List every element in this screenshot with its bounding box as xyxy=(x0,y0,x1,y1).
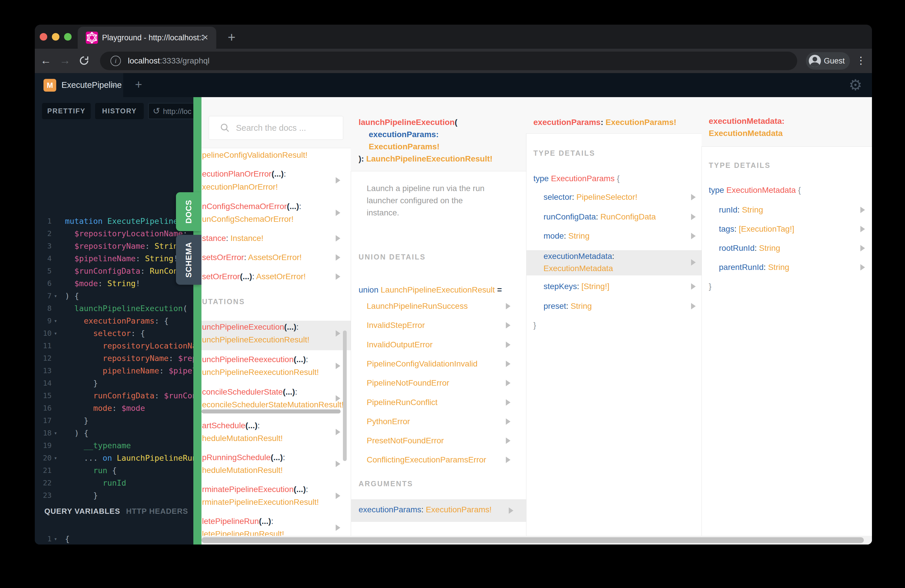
chevron-right-icon[interactable] xyxy=(691,194,696,200)
code-line[interactable]: 21 run { xyxy=(35,464,193,477)
back-icon[interactable]: ← xyxy=(37,49,54,73)
code-line[interactable]: 12 repositoryName: $repositoryName xyxy=(35,352,193,364)
chevron-right-icon[interactable] xyxy=(861,245,865,251)
docs-field-row[interactable]: ecutionPlanOrError(...): xyxy=(202,168,286,180)
docs-union-member-row[interactable]: InvalidOutputError xyxy=(367,338,432,351)
history-button[interactable]: HISTORY xyxy=(95,103,144,119)
code-line[interactable]: 20▾ ... on LaunchPipelineRunSuccess { xyxy=(35,452,193,464)
docs-field-row[interactable]: mode: String xyxy=(543,230,590,242)
chevron-right-icon[interactable] xyxy=(506,322,510,329)
col1-hscrollbar[interactable] xyxy=(202,409,341,413)
docs-field-type[interactable]: ExecutionMetadata xyxy=(543,262,613,275)
code-line[interactable]: 15 runConfigData: $runConfigData xyxy=(35,389,193,402)
docs-mutation-row[interactable]: unchPipelineExecution(...): xyxy=(202,321,298,334)
chevron-right-icon[interactable] xyxy=(861,226,865,232)
docs-field-type[interactable]: unConfigSchemaOrError! xyxy=(202,213,294,226)
docs-mutation-row[interactable]: artSchedule(...): xyxy=(202,419,260,432)
docs-union-member-row[interactable]: PipelineConfigValidationInvalid xyxy=(367,358,478,370)
chevron-right-icon[interactable] xyxy=(336,524,340,531)
tab-schema[interactable]: SCHEMA xyxy=(176,235,202,285)
docs-field-row[interactable]: setOrError(...): AssetOrError! xyxy=(202,270,306,283)
chevron-right-icon[interactable] xyxy=(336,330,340,337)
docs-union-member-row[interactable]: ConflictingExecutionParamsError xyxy=(367,453,486,466)
chevron-right-icon[interactable] xyxy=(691,303,696,309)
docs-field-row[interactable]: tags: [ExecutionTag!] xyxy=(719,222,794,235)
docs-field-row[interactable]: executionMetadata: xyxy=(543,250,614,263)
endpoint-input[interactable]: ↺http://loc xyxy=(148,103,193,119)
chevron-right-icon[interactable] xyxy=(506,342,510,348)
fold-caret-icon[interactable]: ▾ xyxy=(54,315,57,327)
fold-caret-icon[interactable]: ▾ xyxy=(54,327,57,340)
code-line[interactable]: 16 mode: $mode xyxy=(35,402,193,414)
settings-gear-icon[interactable]: ⚙ xyxy=(845,73,865,97)
chevron-right-icon[interactable] xyxy=(861,207,865,213)
docs-mutation-row[interactable]: letePipelineRun(...): xyxy=(202,515,273,528)
zoom-window-button[interactable] xyxy=(64,33,71,41)
docs-field-row[interactable]: nConfigSchemaOrError(...): xyxy=(202,200,301,213)
docs-field-row[interactable]: rootRunId: String xyxy=(719,242,780,254)
endpoint-reload-icon[interactable]: ↺ xyxy=(153,103,160,119)
code-line[interactable]: 18▾ ) { xyxy=(35,427,193,439)
docs-field-row[interactable]: preset: String xyxy=(543,300,592,313)
chevron-right-icon[interactable] xyxy=(691,283,696,290)
tab-http-headers[interactable]: HTTP HEADERS xyxy=(126,507,188,516)
code-line[interactable]: 2 $repositoryLocationName: xyxy=(35,227,193,240)
code-line[interactable]: 1mutation ExecutePipeline( xyxy=(35,215,193,227)
chevron-right-icon[interactable] xyxy=(506,457,510,463)
docs-field-type[interactable]: xecutionPlanOrError! xyxy=(202,181,278,193)
docs-field-row[interactable]: stepKeys: [String!] xyxy=(543,280,609,293)
chevron-right-icon[interactable] xyxy=(509,507,513,514)
minimize-window-button[interactable] xyxy=(52,33,59,41)
reload-icon[interactable] xyxy=(75,49,93,73)
chevron-right-icon[interactable] xyxy=(336,254,340,261)
playground-tab-close-icon[interactable]: × xyxy=(111,73,116,97)
docs-field-row[interactable]: stance: Instance! xyxy=(202,232,264,245)
docs-mutation-type[interactable]: heduleMutationResult! xyxy=(202,464,283,477)
chevron-right-icon[interactable] xyxy=(506,437,510,444)
chevron-right-icon[interactable] xyxy=(336,395,340,402)
code-line[interactable]: 1▾{ xyxy=(35,532,193,545)
docs-hscrollbar-thumb[interactable] xyxy=(202,537,864,543)
browser-tab[interactable]: Playground - http://localhost:3 × xyxy=(78,27,216,49)
chevron-right-icon[interactable] xyxy=(336,461,340,467)
code-line[interactable]: 22 runId xyxy=(35,477,193,489)
docs-union-member-row[interactable]: PipelineRunConflict xyxy=(367,396,437,409)
docs-mutation-type[interactable]: unchPipelineExecutionResult! xyxy=(202,334,309,346)
code-line[interactable]: 10▾ selector: { xyxy=(35,327,193,340)
code-line[interactable]: 4 $pipelineName: String! xyxy=(35,252,193,265)
docs-mutation-row[interactable]: pRunningSchedule(...): xyxy=(202,451,285,464)
code-line[interactable]: 14 } xyxy=(35,377,193,389)
fold-caret-icon[interactable]: ▾ xyxy=(54,452,57,464)
docs-union-member-row[interactable]: PresetNotFoundError xyxy=(367,434,444,447)
tab-query-variables[interactable]: QUERY VARIABLES xyxy=(44,507,120,516)
address-bar[interactable]: i localhost:3333/graphql xyxy=(100,52,797,70)
tab-docs[interactable]: DOCS xyxy=(176,192,202,231)
docs-mutation-type[interactable]: heduleMutationResult! xyxy=(202,432,283,445)
code-line[interactable]: 13 pipelineName: $pipelineName xyxy=(35,364,193,377)
prettify-button[interactable]: PRETTIFY xyxy=(42,103,91,119)
fold-caret-icon[interactable]: ▾ xyxy=(54,427,57,439)
chevron-right-icon[interactable] xyxy=(336,363,340,369)
chevron-right-icon[interactable] xyxy=(506,380,510,386)
code-line[interactable]: 11 repositoryLocationName: $repositoryLo… xyxy=(35,340,193,352)
profile-badge[interactable]: Guest xyxy=(806,52,850,70)
docs-union-member-row[interactable]: PythonError xyxy=(367,415,410,428)
chevron-right-icon[interactable] xyxy=(336,429,340,435)
playground-new-tab-button[interactable]: + xyxy=(130,73,147,97)
docs-mutation-type[interactable]: rminatePipelineExecutionResult! xyxy=(202,496,319,509)
docs-mutation-row[interactable]: unchPipelineReexecution(...): xyxy=(202,353,308,366)
chevron-right-icon[interactable] xyxy=(506,418,510,425)
chevron-right-icon[interactable] xyxy=(691,214,696,220)
chevron-right-icon[interactable] xyxy=(691,233,696,239)
docs-field-row[interactable]: runId: String xyxy=(719,203,763,216)
docs-argument-row[interactable]: executionParams: ExecutionParams! xyxy=(359,503,492,516)
docs-search-input[interactable]: Search the docs ... xyxy=(209,116,343,140)
code-line[interactable]: 17 } xyxy=(35,414,193,427)
docs-field-row[interactable]: pelineConfigValidationResult! xyxy=(202,149,308,162)
chevron-right-icon[interactable] xyxy=(506,399,510,405)
docs-union-member-row[interactable]: PipelineNotFoundError xyxy=(367,377,449,389)
code-line[interactable]: 3 $repositoryName: String! xyxy=(35,240,193,252)
code-line[interactable]: 7▾) { xyxy=(35,290,193,302)
col1-vscrollbar[interactable] xyxy=(343,331,347,461)
fold-caret-icon[interactable]: ▾ xyxy=(54,532,57,545)
